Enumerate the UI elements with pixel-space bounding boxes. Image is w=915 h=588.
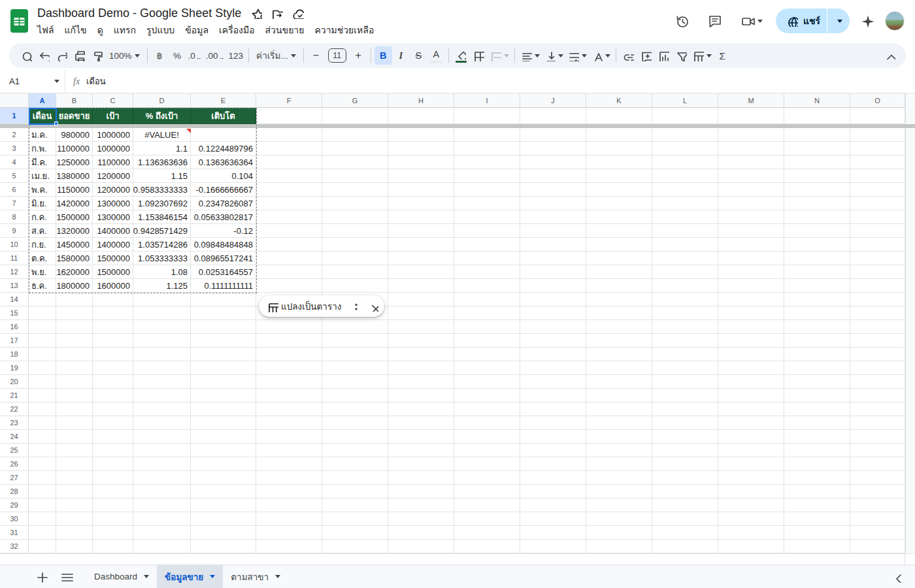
insert-chart-button[interactable] [655,46,673,65]
cell-C28[interactable] [93,485,133,498]
cell-H19[interactable] [388,361,454,375]
column-header-F[interactable]: F [256,93,322,108]
cell-D31[interactable] [133,526,191,540]
cell-C19[interactable] [93,361,133,375]
row-header-10[interactable]: 10 [0,238,29,252]
cell-H32[interactable] [388,540,454,553]
cell-J10[interactable] [520,238,586,252]
cell-M22[interactable] [718,402,784,416]
cell-A2[interactable]: ม.ค. [29,128,56,142]
cell-H17[interactable] [388,334,454,348]
cell-F31[interactable] [256,526,322,540]
cell-A24[interactable] [29,430,56,444]
cell-A31[interactable] [29,526,56,540]
row-header-16[interactable]: 16 [0,320,29,334]
cell-L26[interactable] [652,457,718,471]
cell-N3[interactable] [784,142,850,155]
cell-F25[interactable] [256,444,322,457]
cell-F16[interactable] [256,320,322,334]
cell-M31[interactable] [718,526,784,540]
cell-M1[interactable] [718,108,784,124]
column-header-J[interactable]: J [520,93,586,108]
cell-C8[interactable]: 1300000 [93,210,133,224]
cell-J17[interactable] [520,334,586,348]
cell-C7[interactable]: 1300000 [93,197,133,210]
cell-J30[interactable] [520,512,586,526]
cell-D5[interactable]: 1.15 [133,169,191,183]
cell-G13[interactable] [322,279,388,293]
cell-E25[interactable] [191,444,256,457]
cell-E7[interactable]: 0.2347826087 [191,197,256,210]
cell-M8[interactable] [718,210,784,224]
cell-A26[interactable] [29,457,56,471]
cell-B17[interactable] [56,334,93,348]
meet-button[interactable] [734,8,769,34]
cell-F32[interactable] [256,540,322,553]
cell-C12[interactable]: 1500000 [93,265,133,279]
cell-B31[interactable] [56,526,93,540]
cell-H30[interactable] [388,512,454,526]
cell-F23[interactable] [256,416,322,430]
cell-I10[interactable] [454,238,520,252]
italic-button[interactable]: I [392,46,410,65]
cell-F28[interactable] [256,485,322,498]
cell-L31[interactable] [652,526,718,540]
cell-B8[interactable]: 1500000 [56,210,93,224]
cell-D28[interactable] [133,485,191,498]
row-header-22[interactable]: 22 [0,402,29,416]
cell-L6[interactable] [652,183,718,197]
create-filter-button[interactable] [673,46,690,65]
undo-button[interactable] [35,46,52,65]
cell-J20[interactable] [520,375,586,389]
cell-L5[interactable] [652,169,718,183]
cell-E32[interactable] [191,540,256,553]
row-header-9[interactable]: 9 [0,224,29,238]
cell-D1[interactable]: % ถึงเป้า [133,108,191,124]
fill-handle[interactable] [54,122,58,125]
cell-J7[interactable] [520,197,586,210]
cell-G6[interactable] [322,183,388,197]
cell-K1[interactable] [586,108,652,124]
sheet-tab-1[interactable]: ข้อมูลขาย [157,565,223,588]
cell-M29[interactable] [718,498,784,512]
cell-G22[interactable] [322,402,388,416]
cell-E18[interactable] [191,348,256,361]
cell-K4[interactable] [586,155,652,169]
cell-K13[interactable] [586,279,652,293]
cell-H12[interactable] [388,265,454,279]
cell-H7[interactable] [388,197,454,210]
cell-E5[interactable]: 0.104 [191,169,256,183]
menu-item-0[interactable]: ไฟล์ [32,22,59,39]
menu-item-8[interactable]: ความช่วยเหลือ [309,22,379,39]
cell-C26[interactable] [93,457,133,471]
cell-A8[interactable]: ก.ค. [29,210,56,224]
row-header-26[interactable]: 26 [0,457,29,471]
cell-D18[interactable] [133,348,191,361]
cell-I28[interactable] [454,485,520,498]
cell-J19[interactable] [520,361,586,375]
row-header-3[interactable]: 3 [0,142,29,155]
cell-D16[interactable] [133,320,191,334]
cell-M13[interactable] [718,279,784,293]
cell-K17[interactable] [586,334,652,348]
cell-A18[interactable] [29,348,56,361]
paint-format-button[interactable] [88,46,105,65]
cell-M21[interactable] [718,389,784,402]
cell-K11[interactable] [586,252,652,265]
cell-H28[interactable] [388,485,454,498]
cell-I15[interactable] [454,306,520,320]
text-rotation-button[interactable] [589,46,612,65]
cell-H21[interactable] [388,389,454,402]
cell-H3[interactable] [388,142,454,155]
row-header-29[interactable]: 29 [0,498,29,512]
row-header-1[interactable]: 1 [0,108,29,124]
cell-G1[interactable] [322,108,388,124]
cell-G21[interactable] [322,389,388,402]
cell-G3[interactable] [322,142,388,155]
vertical-scrollbar[interactable] [905,93,915,553]
merge-cells-button[interactable] [488,46,511,65]
cell-H6[interactable] [388,183,454,197]
cell-I1[interactable] [454,108,520,124]
cell-I8[interactable] [454,210,520,224]
decrease-decimal-button[interactable]: .0← [186,46,204,65]
